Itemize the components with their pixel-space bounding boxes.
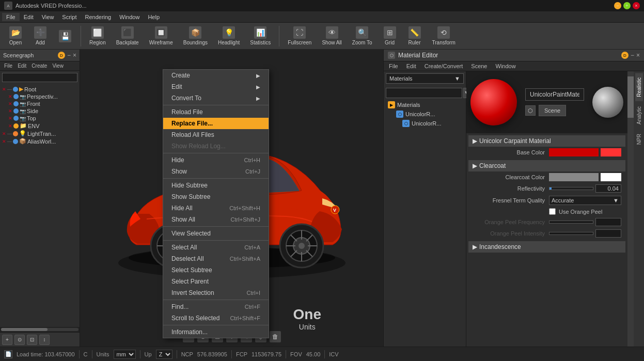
sg-link-btn[interactable]: ⊡ bbox=[27, 335, 37, 345]
menu-show-all[interactable]: Show All Ctrl+Shift+J bbox=[163, 214, 269, 225]
add-button[interactable]: ➕ Add bbox=[29, 24, 52, 48]
maximize-button[interactable]: + bbox=[623, 2, 631, 9]
sg-dots-btn[interactable]: ⊙ bbox=[14, 335, 25, 345]
me-scrollbar[interactable] bbox=[627, 71, 634, 347]
tree-item-root[interactable]: ✕ — ▶ Root bbox=[0, 85, 80, 93]
save-button[interactable]: 💾 bbox=[54, 28, 76, 44]
menu-convert-to[interactable]: Convert To ▶ bbox=[163, 92, 269, 104]
fresnel-dropdown[interactable]: Accurate ▼ bbox=[549, 196, 621, 205]
menu-select-all[interactable]: Select All Ctrl+A bbox=[163, 242, 269, 253]
reflectivity-track[interactable] bbox=[549, 187, 593, 190]
me-minimize-icon[interactable]: − bbox=[631, 52, 634, 59]
me-link-btn[interactable]: ⬡ bbox=[525, 105, 536, 116]
me-search-input[interactable] bbox=[386, 88, 462, 98]
minimize-button[interactable]: − bbox=[614, 2, 621, 9]
menu-script[interactable]: Script bbox=[58, 13, 81, 21]
menu-rendering[interactable]: Rendering bbox=[81, 13, 115, 21]
close-button[interactable]: × bbox=[633, 2, 640, 9]
menu-show-subtree[interactable]: Show Subtree bbox=[163, 191, 269, 202]
ruler-button[interactable]: 📏 Ruler bbox=[403, 24, 426, 48]
tree-item-alias[interactable]: ✕ — 📦 AliasWorl... bbox=[0, 137, 80, 145]
tree-item-side[interactable]: ✕ 📷 Side bbox=[0, 107, 80, 115]
menu-edit-item[interactable]: Edit ▶ bbox=[163, 81, 269, 92]
tree-item-top[interactable]: ✕ 📷 Top bbox=[0, 115, 80, 122]
menu-select-parent[interactable]: Select Parent bbox=[163, 276, 269, 287]
incandescence-section-header[interactable]: ▶ Incandescence bbox=[468, 241, 625, 253]
sg-scroll-track[interactable] bbox=[1, 328, 78, 331]
menu-replace-file[interactable]: Replace File... bbox=[163, 118, 269, 129]
me-tab-analytic[interactable]: Analytic bbox=[635, 102, 643, 129]
sg-minimize-icon[interactable]: − bbox=[67, 52, 71, 59]
menu-invert-selection[interactable]: Invert Selection Ctrl+I bbox=[163, 287, 269, 299]
menu-view-selected[interactable]: View Selected bbox=[163, 228, 269, 239]
me-scroll-track[interactable] bbox=[627, 71, 634, 347]
viewport[interactable]: V + ⊙ ⊡ ↕ ⟲ ◈ 🗑 One Units Create ▶ bbox=[80, 50, 383, 347]
sg-close-icon[interactable]: × bbox=[73, 52, 76, 59]
tree-item-perspective[interactable]: ✕ 📷 Perspectiv... bbox=[0, 93, 80, 100]
search-input[interactable] bbox=[2, 73, 77, 82]
menu-scroll-to-selected[interactable]: Scroll to Selected Ctrl+Shift+F bbox=[163, 312, 269, 324]
status-units-select[interactable]: mm cm m bbox=[114, 350, 136, 359]
menu-create[interactable]: Create ▶ bbox=[163, 70, 269, 81]
showall-button[interactable]: 👁 Show All bbox=[318, 24, 345, 48]
me-tab-realistic[interactable]: Realistic bbox=[635, 73, 643, 101]
sg-menu-view[interactable]: View bbox=[50, 62, 66, 69]
sg-transform-btn[interactable]: ↕ bbox=[39, 335, 50, 345]
me-scroll-thumb[interactable] bbox=[627, 76, 634, 118]
me-tree-materials[interactable]: ▶ Materials bbox=[384, 100, 466, 109]
me-close-icon[interactable]: × bbox=[636, 52, 640, 59]
base-color-bar[interactable] bbox=[549, 148, 599, 156]
env-x-btn[interactable]: ✕ bbox=[8, 123, 12, 129]
me-tree-unicolor2[interactable]: ⬡ UnicolorR... bbox=[384, 119, 466, 128]
boundings-button[interactable]: 📦 Boundings bbox=[179, 24, 212, 48]
me-library-dropdown[interactable]: Materials ▼ bbox=[386, 73, 464, 84]
me-name-input[interactable] bbox=[525, 88, 584, 101]
menu-find[interactable]: Find... Ctrl+F bbox=[163, 301, 269, 312]
menu-reload-all[interactable]: Reload All Files bbox=[163, 129, 269, 140]
me-menu-scene[interactable]: Scene bbox=[468, 62, 490, 70]
me-tree-unicolor1[interactable]: ⬡ UnicolorR... bbox=[384, 109, 466, 119]
sg-menu-file[interactable]: File bbox=[2, 62, 14, 69]
viewport-delete-btn[interactable]: 🗑 bbox=[270, 331, 281, 342]
me-tab-npr[interactable]: NPR bbox=[635, 130, 643, 149]
sg-add-btn[interactable]: + bbox=[2, 335, 12, 345]
light-x-btn[interactable]: ✕ bbox=[2, 131, 6, 136]
menu-edit[interactable]: Edit bbox=[20, 13, 38, 21]
sg-scroll-thumb[interactable] bbox=[1, 328, 48, 331]
open-button[interactable]: 📂 Open bbox=[4, 24, 27, 48]
transform-button[interactable]: ⟲ Transform bbox=[428, 24, 460, 48]
clearcoat-color-swatch[interactable] bbox=[601, 173, 621, 181]
fullscreen-button[interactable]: ⛶ Fullscreen bbox=[284, 24, 316, 48]
tree-item-lighttran[interactable]: ✕ — 💡 LightTran... bbox=[0, 130, 80, 137]
sg-scrollbar[interactable] bbox=[0, 327, 80, 332]
menu-reload-file[interactable]: Reload File bbox=[163, 106, 269, 118]
carpaint-section-header[interactable]: ▶ Unicolor Carpaint Material bbox=[468, 135, 625, 147]
clearcoat-section-header[interactable]: ▶ Clearcoat bbox=[468, 160, 625, 171]
status-up-select[interactable]: Z Y bbox=[156, 350, 172, 359]
backplate-button[interactable]: ⬛ Backplate bbox=[112, 24, 143, 48]
me-menu-file[interactable]: File bbox=[386, 62, 401, 70]
menu-deselect-all[interactable]: Deselect All Ctrl+Shift+A bbox=[163, 253, 269, 264]
base-color-swatch[interactable] bbox=[601, 148, 621, 156]
tree-item-env[interactable]: ✕ 📁 ENV bbox=[0, 122, 80, 130]
region-button[interactable]: ⬜ Region bbox=[85, 24, 110, 48]
sg-menu-edit[interactable]: Edit bbox=[15, 62, 28, 69]
menu-select-subtree[interactable]: Select Subtree bbox=[163, 264, 269, 276]
tree-item-front[interactable]: ✕ 📷 Front bbox=[0, 100, 80, 107]
use-orange-peel-checkbox[interactable] bbox=[549, 208, 556, 215]
sg-menu-create[interactable]: Create bbox=[29, 62, 49, 69]
me-menu-create-convert[interactable]: Create/Convert bbox=[421, 62, 466, 70]
grid-button[interactable]: ⊞ Grid bbox=[379, 24, 401, 48]
menu-view[interactable]: View bbox=[38, 13, 58, 21]
clearcoat-color-bar[interactable] bbox=[549, 173, 599, 181]
side-x-btn[interactable]: ✕ bbox=[8, 108, 12, 114]
alias-x-btn[interactable]: ✕ bbox=[2, 139, 6, 144]
menu-show[interactable]: Show Ctrl+J bbox=[163, 166, 269, 177]
menu-file[interactable]: File bbox=[2, 13, 20, 21]
reflectivity-input[interactable] bbox=[595, 184, 621, 193]
statistics-button[interactable]: 📊 Statistics bbox=[246, 24, 275, 48]
menu-hide[interactable]: Hide Ctrl+H bbox=[163, 154, 269, 166]
menu-window[interactable]: Window bbox=[115, 13, 144, 21]
me-scene-button[interactable]: Scene bbox=[539, 105, 566, 116]
menu-hide-all[interactable]: Hide All Ctrl+Shift+H bbox=[163, 202, 269, 214]
